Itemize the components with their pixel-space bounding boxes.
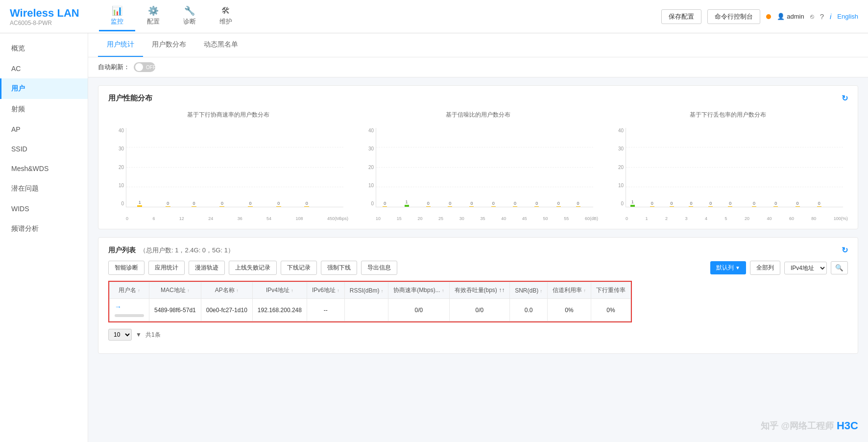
bar-group: 0 bbox=[817, 201, 821, 207]
admin-user: 👤 admin bbox=[777, 13, 804, 20]
save-config-button[interactable]: 保存配置 bbox=[661, 9, 701, 24]
config-icon: ⚙️ bbox=[148, 5, 159, 16]
bar-group: 0 bbox=[556, 201, 561, 207]
page-size-select[interactable]: 10 bbox=[108, 329, 132, 341]
highlighted-table-wrapper: 用户名 ↑ MAC地址 ↑ AP名称 ↑ bbox=[108, 281, 632, 322]
grid-line bbox=[126, 167, 343, 168]
nav-item-config[interactable]: ⚙️ 配置 bbox=[135, 1, 171, 31]
user-list-refresh-icon[interactable]: ↻ bbox=[842, 246, 848, 255]
col-throughput: 有效吞吐量(bps) ↑↑ bbox=[449, 282, 510, 299]
btn-offline-log[interactable]: 下线记录 bbox=[281, 261, 317, 275]
bar bbox=[383, 206, 387, 207]
tab-user-dist[interactable]: 用户数分布 bbox=[143, 33, 195, 57]
performance-refresh-icon[interactable]: ↻ bbox=[842, 94, 848, 103]
logo-title: Wireless LAN bbox=[10, 7, 79, 20]
all-col-button[interactable]: 全部列 bbox=[750, 261, 780, 275]
tab-blacklist[interactable]: 动态黑名单 bbox=[195, 33, 247, 57]
bar-group: 0 bbox=[276, 201, 281, 207]
bar-group: 0 bbox=[383, 201, 387, 207]
auto-refresh-label: 自动刷新： bbox=[98, 63, 130, 72]
bar bbox=[276, 206, 281, 207]
btn-roaming-trace[interactable]: 漫游轨迹 bbox=[189, 261, 225, 275]
chart2-x-axis: 10 15 20 25 30 35 40 45 50 55 60(dB) bbox=[376, 216, 598, 221]
language-selector[interactable]: English bbox=[837, 13, 858, 20]
toggle-state: OFF bbox=[146, 65, 156, 70]
console-button[interactable]: 命令行控制台 bbox=[707, 9, 760, 24]
diagnose-icon: 🔧 bbox=[184, 5, 195, 16]
bar-green bbox=[405, 205, 409, 207]
col-ap: AP名称 ↑ bbox=[201, 282, 252, 299]
sidebar-item-radio[interactable]: 射频 bbox=[0, 99, 88, 120]
sidebar-item-mesh[interactable]: Mesh&WDS bbox=[0, 159, 88, 178]
sidebar-item-spectrum[interactable]: 频谱分析 bbox=[0, 219, 88, 239]
btn-smart-diagnose[interactable]: 智能诊断 bbox=[108, 261, 145, 275]
logout-icon[interactable]: ⎋ bbox=[810, 13, 814, 20]
bar-group: 0 bbox=[513, 201, 517, 207]
bar-group: 1 bbox=[137, 200, 142, 207]
sidebar-item-user[interactable]: 用户 bbox=[0, 78, 88, 99]
performance-title-text: 用户性能分布 bbox=[108, 94, 152, 103]
col-ipv4: IPv4地址 ↑ bbox=[252, 282, 307, 299]
chart3-x-axis: 0 1 2 3 4 5 20 40 60 80 100(%) bbox=[626, 216, 848, 221]
chart3-subtitle: 基于下行丢包率的用户数分布 bbox=[608, 111, 848, 119]
sidebar: 概览 AC 用户 射频 AP SSID Mesh&WDS 潜在问题 WIDS 频… bbox=[0, 33, 88, 442]
cell-username: → bbox=[110, 299, 149, 321]
info-icon[interactable]: i bbox=[830, 12, 831, 21]
bar-group: 0 bbox=[534, 201, 539, 207]
bar bbox=[192, 206, 196, 207]
chart-snr: 基于信噪比的用户数分布 40 30 20 10 0 bbox=[358, 111, 598, 221]
tab-user-stats[interactable]: 用户统计 bbox=[98, 33, 143, 57]
nav-item-diagnose[interactable]: 🔧 诊断 bbox=[171, 1, 208, 31]
chart1-subtitle: 基于下行协商速率的用户数分布 bbox=[108, 111, 348, 119]
auto-refresh-toggle[interactable]: OFF bbox=[134, 62, 155, 72]
bar bbox=[137, 205, 142, 207]
sidebar-item-potential[interactable]: 潜在问题 bbox=[0, 178, 88, 199]
pagination: 10 ▼ 共1条 bbox=[108, 324, 848, 345]
toolbar-right: 默认列 ▼ 全部列 IPv4地址 🔍 bbox=[710, 261, 848, 275]
col-rssi: RSSI(dBm) ↑ bbox=[344, 282, 388, 299]
row-arrow-icon[interactable]: → bbox=[115, 303, 121, 311]
page-size-arrow: ▼ bbox=[136, 331, 142, 338]
sidebar-item-overview[interactable]: 概览 bbox=[0, 38, 88, 59]
user-list-title-text: 用户列表 bbox=[108, 246, 136, 255]
nav-item-maintain[interactable]: 🛠 维护 bbox=[208, 2, 244, 31]
col-username: 用户名 ↑ bbox=[110, 282, 149, 299]
sidebar-item-wids[interactable]: WIDS bbox=[0, 199, 88, 219]
total-records: 共1条 bbox=[145, 331, 161, 339]
col-ipv6: IPv6地址 ↑ bbox=[307, 282, 344, 299]
grid-line bbox=[126, 187, 343, 187]
chart2-y-axis: 40 30 20 10 0 bbox=[358, 128, 376, 206]
sidebar-item-ap[interactable]: AP bbox=[0, 120, 88, 139]
cell-ipv4: 192.168.200.248 bbox=[252, 299, 307, 321]
cell-channel: 0% bbox=[548, 299, 591, 321]
bar-group: 0 bbox=[773, 201, 778, 207]
sidebar-item-ac[interactable]: AC bbox=[0, 59, 88, 78]
header-right: 保存配置 命令行控制台 👤 admin ⎋ ? i English bbox=[661, 9, 858, 24]
help-icon[interactable]: ? bbox=[820, 12, 824, 21]
bar bbox=[248, 206, 253, 207]
chart-packet-loss: 基于下行丢包率的用户数分布 40 30 20 10 0 bbox=[608, 111, 848, 221]
bar-group: 1 bbox=[405, 199, 409, 207]
btn-export[interactable]: 导出信息 bbox=[361, 261, 397, 275]
sidebar-item-ssid[interactable]: SSID bbox=[0, 139, 88, 159]
performance-card: 用户性能分布 ↻ 基于下行协商速率的用户数分布 40 30 20 bbox=[98, 85, 858, 229]
ipv4-filter-select[interactable]: IPv4地址 bbox=[784, 262, 827, 274]
bar-group: 0 bbox=[248, 201, 253, 207]
nav-label-monitor: 监控 bbox=[111, 17, 123, 26]
nav-item-monitor[interactable]: 📊 监控 bbox=[99, 1, 135, 31]
btn-app-stats[interactable]: 应用统计 bbox=[148, 261, 185, 275]
default-col-button[interactable]: 默认列 ▼ bbox=[710, 261, 746, 274]
col-snr: SNR(dB) ↑ bbox=[510, 282, 548, 299]
btn-force-offline[interactable]: 强制下线 bbox=[321, 261, 357, 275]
search-button[interactable]: 🔍 bbox=[831, 261, 848, 274]
toggle-knob bbox=[135, 63, 143, 71]
bar-group: 0 bbox=[752, 201, 756, 207]
btn-online-fail-log[interactable]: 上线失败记录 bbox=[229, 261, 277, 275]
bar bbox=[219, 206, 224, 207]
chart1-inner: 1 0 0 bbox=[126, 128, 343, 207]
user-icon: 👤 bbox=[777, 13, 785, 20]
col-negotiate-rate: 协商速率(Mbps)... ↑ bbox=[388, 282, 449, 299]
performance-title: 用户性能分布 ↻ bbox=[108, 94, 848, 103]
cell-ipv6: -- bbox=[307, 299, 344, 321]
user-list-card: 用户列表 （总用户数: 1，2.4G: 0，5G: 1） ↻ 智能诊断 应用统计… bbox=[98, 237, 858, 354]
